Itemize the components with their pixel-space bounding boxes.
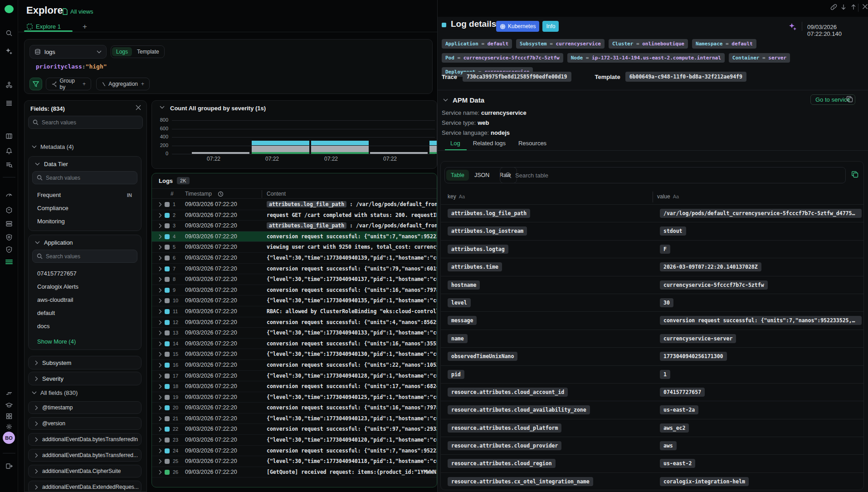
chevron-down-icon[interactable] bbox=[160, 106, 165, 109]
expand-chevron-icon[interactable] bbox=[159, 202, 162, 207]
user-avatar[interactable]: BO bbox=[3, 432, 15, 444]
kv-column-divider[interactable] bbox=[653, 192, 653, 202]
field-value-item[interactable]: FrequentIN bbox=[29, 188, 141, 202]
hexagon-icon[interactable] bbox=[4, 205, 14, 215]
expand-chevron-icon[interactable] bbox=[159, 395, 162, 400]
field-group-header[interactable]: Data Tier bbox=[29, 157, 141, 167]
field-item[interactable]: additionalEventData.bytesTransferred... bbox=[28, 449, 141, 462]
kv-key-header[interactable]: keyAa bbox=[448, 193, 465, 200]
log-type-badge[interactable]: Info bbox=[542, 21, 559, 32]
list-search-icon[interactable] bbox=[4, 160, 14, 170]
kv-key[interactable]: attributes.time bbox=[448, 262, 502, 271]
link-icon[interactable] bbox=[830, 4, 837, 10]
field-item[interactable]: additionalEventData.bytesTransferredIn bbox=[28, 433, 141, 446]
log-row[interactable]: 16 09/03/2026 07:22:20 conversion reques… bbox=[152, 360, 437, 371]
bar-segment-cyan[interactable] bbox=[429, 141, 437, 145]
kv-key[interactable]: message bbox=[448, 316, 477, 325]
bar-segment-cyan[interactable] bbox=[311, 141, 369, 145]
expand-chevron-icon[interactable] bbox=[159, 384, 162, 389]
expand-chevron-icon[interactable] bbox=[159, 405, 162, 410]
log-row[interactable]: 14 09/03/2026 07:22:20 conversion reques… bbox=[152, 339, 437, 349]
expand-chevron-icon[interactable] bbox=[159, 256, 162, 261]
show-more-link[interactable]: Show More (4) bbox=[29, 335, 141, 349]
kv-row[interactable]: resource.attributes.cloud_provider aws bbox=[441, 437, 863, 454]
log-row[interactable]: 24 09/03/2026 07:22:20 conversion reques… bbox=[152, 446, 437, 457]
expand-chevron-icon[interactable] bbox=[159, 234, 162, 239]
log-row[interactable]: 17 09/03/2026 07:22:20 {"level":30,"time… bbox=[152, 371, 437, 382]
case-sensitivity-icon[interactable]: Aa bbox=[673, 194, 679, 199]
arrow-down-icon[interactable] bbox=[840, 4, 847, 10]
expand-chevron-icon[interactable] bbox=[159, 341, 162, 346]
field-chip[interactable]: attributes.log_file_path bbox=[267, 222, 346, 229]
expand-chevron-icon[interactable] bbox=[159, 438, 162, 443]
metadata-chip[interactable]: Application = default bbox=[442, 39, 512, 49]
shield-check-icon[interactable] bbox=[4, 245, 14, 255]
expand-chevron-icon[interactable] bbox=[159, 416, 162, 421]
kv-value-header[interactable]: valueAa bbox=[657, 193, 679, 200]
log-row[interactable]: 1 09/03/2026 07:22:20 attributes.log_fil… bbox=[152, 199, 437, 210]
details-tab[interactable]: Log bbox=[450, 140, 460, 147]
case-sensitivity-icon[interactable]: Aa bbox=[459, 194, 465, 199]
metadata-section-header[interactable]: Metadata (4) bbox=[32, 143, 74, 150]
log-row[interactable]: 19 09/03/2026 07:22:20 {"level":30,"time… bbox=[152, 392, 437, 403]
apm-section-header[interactable]: APM Data bbox=[443, 96, 484, 104]
expand-chevron-icon[interactable] bbox=[159, 245, 162, 250]
expand-chevron-icon[interactable] bbox=[159, 309, 162, 314]
field-item[interactable]: additionalEventData.CipherSuite bbox=[28, 465, 141, 477]
field-item[interactable]: @version bbox=[28, 417, 141, 430]
kv-row[interactable]: level 30 bbox=[441, 294, 863, 311]
col-index[interactable]: # bbox=[171, 191, 174, 197]
log-row[interactable]: 2 09/03/2026 07:22:20 request GET /cart … bbox=[152, 210, 437, 221]
log-row[interactable]: 7 09/03/2026 07:22:20 conversion request… bbox=[152, 264, 437, 275]
kv-row[interactable]: hostname currencyservice-5fcccf7b7c-5ztf… bbox=[441, 276, 863, 294]
flow-icon[interactable] bbox=[4, 80, 14, 90]
bar-segment-green[interactable] bbox=[311, 152, 369, 154]
log-row[interactable]: 11 09/03/2026 07:22:20 RBAC: allowed by … bbox=[152, 306, 437, 317]
kv-value[interactable]: 1 bbox=[660, 370, 670, 379]
kv-row[interactable]: attributes.time 2026-03-09T07:22:20.1401… bbox=[441, 258, 863, 276]
log-row[interactable]: 20 09/03/2026 07:22:20 conversion reques… bbox=[152, 403, 437, 413]
close-icon[interactable] bbox=[862, 4, 868, 10]
kv-value[interactable]: us-east-2 bbox=[660, 459, 695, 468]
bar-segment-cyan[interactable] bbox=[252, 141, 309, 145]
kv-row[interactable]: pid 1 bbox=[441, 365, 863, 383]
log-type-badge[interactable]: Kubernetes bbox=[496, 21, 539, 32]
field-item[interactable]: @timestamp bbox=[28, 401, 141, 414]
query-input[interactable]: priorityclass:"high" bbox=[36, 63, 107, 70]
expand-chevron-icon[interactable] bbox=[159, 277, 162, 282]
field-value-item[interactable]: Compliance bbox=[29, 202, 141, 215]
kv-row[interactable]: attributes.log_file_path /var/log/pods/d… bbox=[441, 204, 863, 222]
kv-value[interactable]: aws bbox=[660, 441, 677, 450]
tab-explore-1[interactable]: Explore 1 bbox=[24, 22, 63, 31]
kv-value[interactable]: aws_ec2 bbox=[660, 423, 689, 433]
expand-chevron-icon[interactable] bbox=[159, 213, 162, 218]
dashboards-icon[interactable] bbox=[4, 131, 14, 141]
kv-row[interactable]: name currencyservice-server bbox=[441, 330, 863, 347]
view-mode-option[interactable]: JSON bbox=[470, 170, 494, 181]
metadata-chip[interactable]: Namespace = default bbox=[692, 39, 756, 49]
log-row[interactable]: 15 09/03/2026 07:22:20 {"level":30,"time… bbox=[152, 349, 437, 360]
kv-key[interactable]: attributes.log_iostream bbox=[448, 226, 527, 236]
field-group-collapsed[interactable]: Severity bbox=[28, 372, 141, 385]
kv-value[interactable]: conversion request successful: {"units":… bbox=[660, 316, 862, 325]
field-value-item[interactable]: default bbox=[29, 306, 141, 320]
ai-sparkles-icon[interactable] bbox=[789, 23, 797, 31]
log-row[interactable]: 3 09/03/2026 07:22:20 attributes.log_fil… bbox=[152, 221, 437, 231]
expand-chevron-icon[interactable] bbox=[159, 427, 162, 432]
log-row[interactable]: 13 09/03/2026 07:22:20 {"level":30,"time… bbox=[152, 328, 437, 339]
kv-value[interactable]: us-east-2a bbox=[660, 405, 698, 414]
bar-segment-gray[interactable] bbox=[370, 152, 428, 154]
kv-value[interactable]: /var/log/pods/default_currencyservice-5f… bbox=[660, 209, 862, 218]
log-row[interactable]: 4 09/03/2026 07:22:20 conversion request… bbox=[152, 231, 437, 242]
data-source-select[interactable]: logs bbox=[29, 45, 107, 59]
kv-row[interactable]: resource.attributes.cloud_region us-east… bbox=[441, 454, 863, 472]
kv-key[interactable]: resource.attributes.cx_otel_integration_… bbox=[448, 477, 593, 486]
academy-icon[interactable] bbox=[4, 400, 14, 410]
kv-key[interactable]: hostname bbox=[448, 280, 480, 290]
kv-key[interactable]: pid bbox=[448, 370, 464, 379]
metadata-chip[interactable]: Cluster = onlineboutique bbox=[609, 39, 688, 49]
field-group-collapsed[interactable]: Subsystem bbox=[28, 356, 141, 369]
field-value-item[interactable]: Coralogix Alerts bbox=[29, 280, 141, 293]
column-divider[interactable] bbox=[262, 190, 262, 198]
kv-value[interactable]: F bbox=[660, 245, 670, 254]
